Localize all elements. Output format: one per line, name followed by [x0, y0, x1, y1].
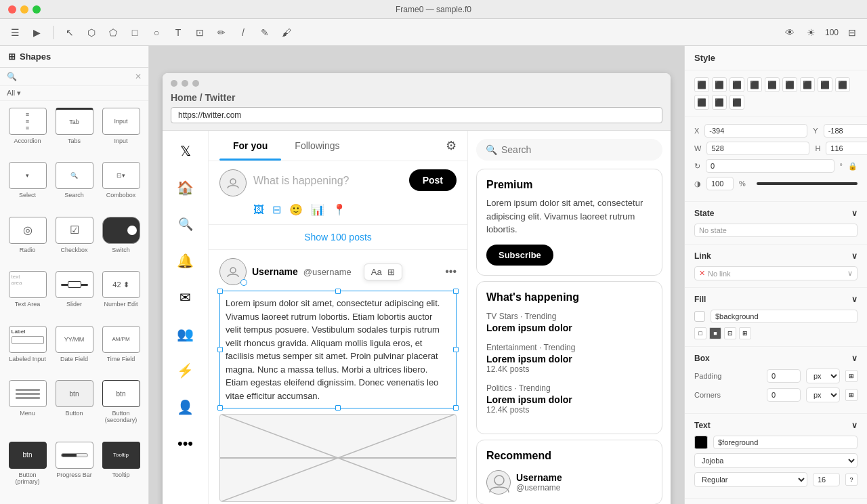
emoji-icon[interactable]: 🙂 [289, 203, 303, 216]
corners-expand-btn[interactable]: ⊞ [845, 389, 858, 401]
component-radio[interactable]: ◎ Radio [7, 217, 48, 266]
trend-item-1[interactable]: TV Stars · Trending Lorem ipsum dolor [486, 312, 652, 333]
component-tabs[interactable]: Tab Tabs [54, 108, 95, 156]
text-expand-icon[interactable]: ∨ [851, 421, 858, 430]
post-button[interactable]: Post [409, 169, 457, 191]
resize-handle-tr[interactable] [453, 289, 459, 294]
resize-handle-bl[interactable] [217, 405, 223, 411]
component-menu[interactable]: Menu [7, 380, 48, 436]
frame-tool[interactable]: ⬡ [83, 24, 100, 41]
fill-option-3[interactable]: ⊡ [724, 327, 736, 339]
subscribe-button[interactable]: Subscribe [486, 245, 553, 266]
component-button[interactable]: btn Button [54, 380, 95, 436]
communities-icon[interactable]: 👥 [173, 322, 198, 346]
trend-item-3[interactable]: Politics · Trending Lorem ipsum dolor 12… [486, 383, 652, 415]
play-icon[interactable]: ▶ [28, 24, 45, 41]
padding-expand-btn[interactable]: ⊞ [845, 370, 858, 382]
w-input[interactable] [706, 142, 809, 155]
font-family-select[interactable]: Jojoba [694, 453, 858, 468]
tab-for-you[interactable]: For you [219, 131, 281, 161]
trending-search-input[interactable] [501, 144, 653, 155]
corners-input[interactable] [767, 388, 801, 402]
tweet1-more-icon[interactable]: ••• [445, 266, 457, 278]
lock-icon[interactable]: 🔒 [848, 162, 858, 171]
resize-handle-br[interactable] [453, 405, 459, 411]
show-posts-bar[interactable]: Show 100 posts [209, 225, 467, 250]
link-chevron-icon[interactable]: ∨ [847, 269, 853, 278]
fill-option-1[interactable]: □ [694, 327, 706, 339]
resize-handle-bm[interactable] [335, 405, 341, 411]
canvas-inner[interactable]: Home / Twitter https://twitter.com 𝕏 🏠 🔍… [149, 46, 684, 504]
close-button[interactable] [8, 5, 16, 14]
recommend-user[interactable]: Username @username [486, 470, 652, 495]
align-right-icon[interactable]: ⬛ [729, 77, 744, 92]
url-bar[interactable]: https://twitter.com [171, 107, 662, 123]
component-date-field[interactable]: YY/MM Date Field [54, 326, 95, 375]
twitter-search-icon[interactable]: 🔍 [173, 212, 198, 236]
line-tool[interactable]: / [235, 24, 251, 41]
align-center-icon[interactable]: ⬛ [712, 77, 727, 92]
padding-input[interactable] [767, 369, 801, 383]
filter-dropdown[interactable]: All ▾ [0, 86, 148, 101]
text-color-input[interactable] [713, 436, 858, 449]
align-left-icon[interactable]: ⬛ [694, 77, 709, 92]
component-button-secondary[interactable]: btn Button (secondary) [100, 380, 142, 436]
component-checkbox[interactable]: ☑ Checkbox [54, 217, 95, 266]
notifications-icon[interactable]: 🔔 [173, 249, 198, 273]
box-expand-icon[interactable]: ∨ [851, 354, 858, 363]
image-upload-icon[interactable]: 🖼 [253, 204, 264, 216]
menu-icon[interactable]: ☰ [7, 24, 23, 41]
font-size-format-icon[interactable]: Aa [371, 267, 382, 277]
maximize-button[interactable] [33, 5, 41, 14]
text-color-swatch[interactable] [694, 436, 708, 449]
component-textarea[interactable]: textarea Text Area [7, 271, 48, 320]
h-input[interactable] [826, 142, 867, 155]
align-middle-icon[interactable]: ⬛ [765, 77, 780, 92]
image-tool[interactable]: ⊡ [192, 24, 208, 41]
resize-handle-tm[interactable] [335, 289, 341, 294]
theme-icon[interactable]: ☀ [803, 24, 820, 41]
align-bottom-icon[interactable]: ⬛ [782, 77, 797, 92]
messages-icon[interactable]: ✉ [173, 285, 198, 310]
component-slider[interactable]: Slider [54, 271, 95, 320]
component-search[interactable]: 🔍 Search [54, 162, 95, 211]
component-progress-bar[interactable]: Progress Bar [54, 442, 95, 497]
poll-icon[interactable]: 📊 [311, 203, 324, 216]
fill-input[interactable] [711, 310, 858, 323]
resize-handle-tl[interactable] [217, 289, 223, 294]
pen-tool[interactable]: ✏ [213, 24, 230, 41]
resize-handle-mr[interactable] [453, 347, 459, 352]
layout-icon-4[interactable]: ⬛ [729, 95, 744, 110]
shape-tool[interactable]: ⬠ [105, 24, 121, 41]
panel-toggle-icon[interactable]: ⊟ [844, 24, 860, 41]
x-input[interactable] [704, 124, 807, 138]
more-icon[interactable]: ••• [173, 432, 198, 456]
component-input[interactable]: Input Input [100, 108, 142, 156]
component-accordion[interactable]: ≡≡≡ Accordion [7, 108, 48, 156]
search-input[interactable] [17, 72, 135, 81]
bolt-icon[interactable]: ⚡ [173, 358, 198, 383]
rect-tool[interactable]: □ [127, 24, 143, 41]
opacity-slider[interactable] [757, 182, 858, 185]
settings-icon[interactable]: ⚙ [446, 138, 457, 153]
fill-color-swatch[interactable] [694, 311, 705, 322]
component-button-primary[interactable]: btn Button (primary) [7, 442, 48, 497]
resize-handle-ml[interactable] [217, 347, 223, 352]
component-tooltip[interactable]: Tooltip Tooltip [100, 442, 142, 497]
compose-input[interactable]: What is happening? [253, 169, 409, 187]
minimize-button[interactable] [20, 5, 28, 14]
layout-icon-2[interactable]: ⬛ [694, 95, 709, 110]
link-dropdown[interactable]: ✕ No link ∨ [694, 266, 858, 280]
fill-option-2[interactable]: ■ [709, 327, 721, 339]
trend-item-2[interactable]: Entertainment · Trending Lorem ipsum dol… [486, 343, 652, 374]
component-labeled-input[interactable]: Label Labeled Input [7, 326, 48, 375]
text-tool[interactable]: T [170, 24, 186, 41]
opacity-input[interactable] [706, 177, 734, 190]
clear-search-icon[interactable]: ✕ [135, 72, 142, 81]
state-expand-icon[interactable]: ∨ [851, 209, 858, 218]
grid-format-icon[interactable]: ⊞ [387, 267, 395, 277]
pencil-tool[interactable]: ✎ [257, 24, 273, 41]
component-switch[interactable]: Switch [100, 217, 142, 266]
zoom-level[interactable]: 100 [825, 28, 839, 37]
rotation-input[interactable] [706, 159, 834, 173]
